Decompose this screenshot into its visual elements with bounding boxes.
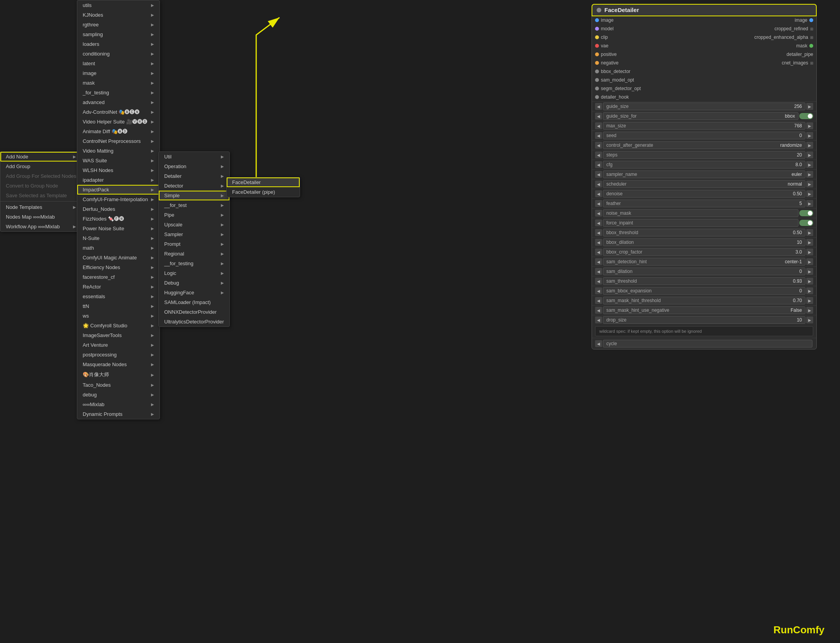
menu-level2-item[interactable]: advanced▶ bbox=[77, 97, 160, 107]
menu-level3-item[interactable]: ONNXDetectorProvider bbox=[159, 307, 229, 317]
param-next-btn[interactable]: ▶ bbox=[806, 239, 813, 246]
menu-level2-item[interactable]: rgthree▶ bbox=[77, 20, 160, 30]
menu-level2-item[interactable]: ComfyUI-Frame-Interpolation▶ bbox=[77, 195, 160, 204]
param-prev-btn[interactable]: ◀ bbox=[595, 151, 602, 158]
param-prev-btn[interactable]: ◀ bbox=[595, 122, 602, 129]
menu-level3-item[interactable]: Operation▶ bbox=[159, 162, 229, 171]
menu-level2-item[interactable]: KJNodes▶ bbox=[77, 10, 160, 20]
param-next-btn[interactable]: ▶ bbox=[806, 316, 813, 323]
menu-level2-item[interactable]: facerestore_cf▶ bbox=[77, 272, 160, 282]
menu-level3-item[interactable]: Simple▶ bbox=[159, 191, 229, 200]
menu-level2-item[interactable]: FizzNodes 🍬🅕🅝▶ bbox=[77, 214, 160, 224]
param-prev-btn[interactable]: ◀ bbox=[595, 297, 602, 304]
param-next-btn[interactable]: ▶ bbox=[806, 122, 813, 129]
menu-level2-item[interactable]: Masquerade Nodes▶ bbox=[77, 360, 160, 369]
menu-level3-item[interactable]: Upscale▶ bbox=[159, 220, 229, 229]
run-comfy-button[interactable]: RunComfy bbox=[774, 624, 824, 636]
menu-item-add-group[interactable]: Add Group bbox=[0, 162, 82, 171]
param-prev-btn[interactable]: ◀ bbox=[595, 142, 602, 149]
menu-level2-item[interactable]: Adv-ControlNet 🎭🅐🅒🅝▶ bbox=[77, 107, 160, 117]
menu-level2-item[interactable]: Efficiency Nodes▶ bbox=[77, 262, 160, 272]
param-next-btn[interactable]: ▶ bbox=[806, 297, 813, 304]
menu-level2-item[interactable]: conditioning▶ bbox=[77, 49, 160, 59]
menu-level2-item[interactable]: WLSH Nodes▶ bbox=[77, 165, 160, 175]
menu-level4-item[interactable]: FaceDetailer bbox=[227, 177, 300, 187]
param-prev-btn[interactable]: ◀ bbox=[595, 316, 602, 323]
menu-level2-item[interactable]: Animate Diff 🎭🅐🅓▶ bbox=[77, 127, 160, 136]
param-next-btn[interactable]: ▶ bbox=[806, 229, 813, 236]
param-prev-btn[interactable]: ◀ bbox=[595, 268, 602, 275]
menu-level4-item[interactable]: FaceDetailer (pipe) bbox=[227, 187, 300, 197]
menu-level2-item[interactable]: ∞∞Mixlab▶ bbox=[77, 400, 160, 409]
menu-level2-item[interactable]: Taco_Nodes▶ bbox=[77, 380, 160, 390]
param-prev-btn[interactable]: ◀ bbox=[595, 249, 602, 255]
param-next-btn[interactable]: ▶ bbox=[806, 287, 813, 294]
context-menu-level2[interactable]: utils▶KJNodes▶rgthree▶sampling▶loaders▶c… bbox=[77, 0, 160, 419]
param-next-btn[interactable]: ▶ bbox=[806, 151, 813, 158]
param-prev-btn[interactable]: ◀ bbox=[595, 171, 602, 178]
menu-level2-item[interactable]: N-Suite▶ bbox=[77, 233, 160, 243]
menu-level2-item[interactable]: ipadapter▶ bbox=[77, 175, 160, 185]
menu-level2-item[interactable]: ComfyUI Magic Animate▶ bbox=[77, 253, 160, 262]
param-prev-btn[interactable]: ◀ bbox=[595, 219, 602, 226]
menu-item-convert-group-node[interactable]: Convert to Group Node bbox=[0, 181, 82, 191]
menu-level2-item[interactable]: Power Noise Suite▶ bbox=[77, 224, 160, 233]
menu-level2-item[interactable]: postprocessing▶ bbox=[77, 350, 160, 360]
menu-level2-item[interactable]: Video Helper Suite 🎥🅥🅗🅢▶ bbox=[77, 117, 160, 127]
menu-level2-item[interactable]: WAS Suite▶ bbox=[77, 156, 160, 165]
menu-level2-item[interactable]: ReActor▶ bbox=[77, 282, 160, 292]
menu-level2-item[interactable]: 🎨肖像大师▶ bbox=[77, 369, 160, 380]
menu-level2-item[interactable]: 🌟 Comfyroll Studio▶ bbox=[77, 321, 160, 330]
menu-level2-item[interactable]: Video Matting▶ bbox=[77, 146, 160, 156]
menu-item-workflow-app[interactable]: Workflow App ∞∞Mixlab ▶ bbox=[0, 222, 82, 231]
menu-level3-item[interactable]: __for_test▶ bbox=[159, 200, 229, 210]
menu-level2-item[interactable]: ws▶ bbox=[77, 311, 160, 321]
menu-level3-item[interactable]: __for_testing▶ bbox=[159, 259, 229, 268]
menu-level2-item[interactable]: sampling▶ bbox=[77, 30, 160, 39]
param-next-btn[interactable]: ▶ bbox=[806, 103, 813, 110]
menu-level3-item[interactable]: Detailer▶ bbox=[159, 171, 229, 181]
param-prev-btn[interactable]: ◀ bbox=[595, 161, 602, 168]
menu-level2-item[interactable]: mask▶ bbox=[77, 78, 160, 88]
param-prev-btn[interactable]: ◀ bbox=[595, 132, 602, 139]
param-prev-btn[interactable]: ◀ bbox=[595, 229, 602, 236]
param-prev-btn[interactable]: ◀ bbox=[595, 239, 602, 246]
param-prev-btn[interactable]: ◀ bbox=[595, 307, 602, 314]
context-menu-root[interactable]: Add Node ▶ Add Group Add Group For Selec… bbox=[0, 151, 82, 232]
param-next-btn[interactable]: ▶ bbox=[806, 171, 813, 178]
menu-level2-item[interactable]: essentials▶ bbox=[77, 292, 160, 301]
param-prev-btn[interactable]: ◀ bbox=[595, 258, 602, 265]
menu-level2-item[interactable]: math▶ bbox=[77, 243, 160, 253]
param-next-btn[interactable]: ▶ bbox=[806, 268, 813, 275]
menu-level3-item[interactable]: Sampler▶ bbox=[159, 229, 229, 239]
param-next-btn[interactable]: ▶ bbox=[806, 161, 813, 168]
param-prev-btn[interactable]: ◀ bbox=[595, 200, 602, 207]
param-prev-btn[interactable]: ◀ bbox=[595, 287, 602, 294]
menu-level3-item[interactable]: Prompt▶ bbox=[159, 239, 229, 249]
menu-level2-item[interactable]: latent▶ bbox=[77, 59, 160, 68]
param-prev-btn[interactable]: ◀ bbox=[595, 103, 602, 110]
menu-item-add-group-selected[interactable]: Add Group For Selected Nodes bbox=[0, 171, 82, 181]
param-prev-btn[interactable]: ◀ bbox=[595, 278, 602, 285]
menu-level2-item[interactable]: debug▶ bbox=[77, 390, 160, 400]
menu-level2-item[interactable]: ControlNet Preprocessors▶ bbox=[77, 136, 160, 146]
menu-level2-item[interactable]: ImageSaverTools▶ bbox=[77, 330, 160, 340]
menu-level2-item[interactable]: Art Venture▶ bbox=[77, 340, 160, 350]
param-next-btn[interactable]: ▶ bbox=[806, 181, 813, 188]
param-next-btn[interactable]: ▶ bbox=[806, 258, 813, 265]
menu-item-nodes-map[interactable]: Nodes Map ∞∞Mixlab bbox=[0, 212, 82, 222]
menu-level2-item[interactable]: image▶ bbox=[77, 68, 160, 78]
context-menu-level4[interactable]: FaceDetailerFaceDetailer (pipe) bbox=[226, 177, 300, 197]
param-next-btn[interactable]: ▶ bbox=[806, 278, 813, 285]
param-prev-btn[interactable]: ◀ bbox=[595, 210, 602, 217]
menu-level3-item[interactable]: Debug▶ bbox=[159, 278, 229, 288]
menu-level2-item[interactable]: loaders▶ bbox=[77, 39, 160, 49]
menu-level3-item[interactable]: SAMLoader (Impact) bbox=[159, 297, 229, 307]
param-prev-btn[interactable]: ◀ bbox=[595, 113, 602, 120]
menu-level3-item[interactable]: Pipe▶ bbox=[159, 210, 229, 220]
menu-level3-item[interactable]: HuggingFace▶ bbox=[159, 288, 229, 297]
toggle-btn[interactable] bbox=[799, 210, 813, 216]
context-menu-level3[interactable]: Util▶Operation▶Detailer▶Detector▶Simple▶… bbox=[158, 151, 230, 327]
menu-level3-item[interactable]: Logic▶ bbox=[159, 268, 229, 278]
menu-level3-item[interactable]: Detector▶ bbox=[159, 181, 229, 191]
